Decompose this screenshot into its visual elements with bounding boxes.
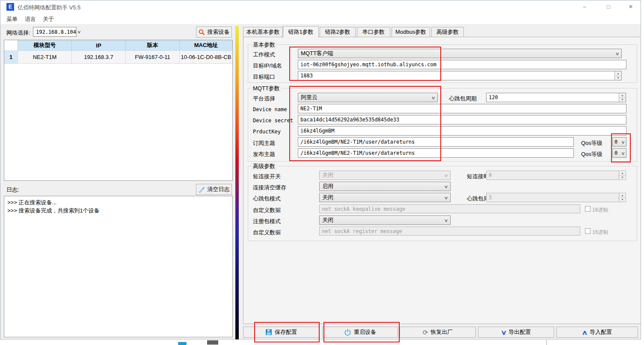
factory-reset-button[interactable]: ⟳ 恢复出厂 <box>400 327 476 338</box>
spinner-buttons[interactable]: ▲ ▼ <box>619 93 626 102</box>
publish-topic-value: /i6kz4lGgmBM/NE2-T1M/user/datareturns <box>300 150 415 156</box>
short-time-spinner[interactable]: 0 ▲ ▼ <box>486 171 626 180</box>
restart-device-button[interactable]: 重启设备 <box>322 327 398 338</box>
heartbeat-mode-dropdown[interactable]: 关闭 ∨ <box>319 193 451 202</box>
chevron-down-icon: ∨ <box>621 151 625 156</box>
restart-device-label: 重启设备 <box>354 328 376 336</box>
register-mode-label: 注册包模式 <box>253 218 281 225</box>
clear-cache-value: 启用 <box>322 183 333 190</box>
network-select-dropdown[interactable]: 192.168.8.104 ∨ <box>33 27 77 37</box>
factory-reset-label: 恢复出厂 <box>430 328 453 336</box>
subscribe-topic-label: 订阅主题 <box>253 139 275 147</box>
chevron-down-icon: ∨ <box>501 329 507 336</box>
col-header-ip: IP <box>72 40 126 50</box>
panel-splitter[interactable] <box>235 26 239 339</box>
background-window-fragment <box>207 340 218 345</box>
device-name-input[interactable]: NE2-T1M <box>298 104 626 113</box>
clear-log-button[interactable]: 清空日志 <box>196 184 232 195</box>
col-header-version: 版本 <box>126 40 180 50</box>
short-conn-value: 关闭 <box>322 171 333 179</box>
target-host-input[interactable]: iot-06z00f6gshojyeo.mqtt.iothub.aliyuncs… <box>298 60 626 69</box>
target-host-value: iot-06z00f6gshojyeo.mqtt.iothub.aliyuncs… <box>300 62 436 68</box>
menu-item-about[interactable]: 关于 <box>43 15 54 23</box>
heartbeat-period-spinner[interactable]: 3 ▲ ▼ <box>486 193 626 202</box>
spin-up-icon: ▲ <box>619 93 626 98</box>
product-key-input[interactable]: i6kz4lGgmBM <box>298 126 626 136</box>
search-device-button[interactable]: 搜索设备 <box>196 27 232 38</box>
background-window-fragment <box>546 340 547 345</box>
short-conn-dropdown[interactable]: 关闭 ∨ <box>319 171 451 180</box>
spin-down-icon: ▼ <box>619 198 626 202</box>
spin-down-icon: ▼ <box>619 98 626 102</box>
cell-version: FW-9167-0-11 <box>126 51 180 63</box>
tab-link1-params[interactable]: 链路1参数 <box>283 26 319 38</box>
close-button[interactable]: ✕ <box>623 0 638 12</box>
subscribe-qos-dropdown[interactable]: 0 ∨ <box>612 137 626 147</box>
save-config-label: 保存配置 <box>275 328 297 336</box>
short-time-value: 0 <box>487 171 619 180</box>
row-number-cell: 1 <box>4 51 18 63</box>
tab-link2-params[interactable]: 链路2参数 <box>320 27 356 37</box>
custom-data2-value: net sockA register message <box>322 228 402 234</box>
target-port-spinner[interactable]: 1883 ▲ ▼ <box>298 71 622 80</box>
window-title: 亿佰特网络配置助手 V5.5 <box>18 4 80 12</box>
device-table-header-row: 模块型号 IP 版本 MAC地址 <box>4 40 232 50</box>
subscribe-topic-input[interactable]: /i6kz4lGgmBM/NE2-T1M/user/datareturns <box>298 137 574 147</box>
clear-cache-dropdown[interactable]: 启用 ∨ <box>319 182 451 191</box>
col-header-model: 模块型号 <box>18 40 72 50</box>
register-mode-dropdown[interactable]: 关闭 ∨ <box>319 215 451 225</box>
hex-checkbox-label: 16进制 <box>592 229 608 236</box>
custom-data1-input[interactable]: net sockA keepalive message <box>319 204 580 213</box>
spinner-buttons[interactable]: ▲ ▼ <box>619 171 626 180</box>
power-icon <box>344 329 351 336</box>
mqtt-heartbeat-spinner[interactable]: 120 ▲ ▼ <box>486 93 626 102</box>
device-secret-value: baca14dc14d56292a963e535d845de33 <box>300 117 399 123</box>
heartbeat-mode-label: 心跳包模式 <box>253 195 281 203</box>
subscribe-topic-value: /i6kz4lGgmBM/NE2-T1M/user/datareturns <box>300 139 415 145</box>
advanced-params-group-title: 高级参数 <box>251 162 277 170</box>
cell-model: NE2-T1M <box>18 51 72 63</box>
publish-qos-dropdown[interactable]: 0 ∨ <box>612 148 626 158</box>
heartbeat-period-value: 3 <box>487 193 619 202</box>
custom-data2-input[interactable]: net sockA register message <box>319 227 580 236</box>
table-row[interactable]: 1 NE2-T1M 192.168.3.7 FW-9167-0-11 10-06… <box>4 50 232 64</box>
tab-advanced-params[interactable]: 高级参数 <box>431 27 464 37</box>
col-header-mac: MAC地址 <box>180 40 232 50</box>
cell-ip: 192.168.3.7 <box>72 51 126 63</box>
tab-serial-params[interactable]: 串口参数 <box>357 27 390 37</box>
platform-dropdown[interactable]: 阿里云 ∨ <box>298 93 438 102</box>
register-mode-value: 关闭 <box>322 216 333 224</box>
export-config-button[interactable]: ∨ 导出配置 <box>478 327 554 338</box>
target-port-value: 1883 <box>298 71 614 80</box>
mqtt-heartbeat-label: 心跳包周期 <box>449 95 477 103</box>
work-mode-dropdown[interactable]: MQTT客户端 ∨ <box>298 49 622 58</box>
export-config-label: 导出配置 <box>508 328 531 336</box>
maximize-button[interactable]: □ <box>601 0 616 12</box>
hex-checkbox[interactable] <box>585 228 591 234</box>
tab-local-basic-params[interactable]: 本机基本参数 <box>243 27 283 37</box>
chevron-down-icon: ∨ <box>444 195 448 200</box>
product-key-value: i6kz4lGgmBM <box>300 128 334 134</box>
spinner-buttons[interactable]: ▲ ▼ <box>619 193 626 202</box>
hex-checkbox-label: 16进制 <box>592 206 608 214</box>
save-icon <box>265 329 272 336</box>
save-config-button[interactable]: 保存配置 <box>243 327 319 338</box>
menu-item-language[interactable]: 语言 <box>25 15 36 23</box>
chevron-up-icon: ∧ <box>582 329 588 336</box>
background-window-fragment <box>178 342 187 345</box>
publish-topic-input[interactable]: /i6kz4lGgmBM/NE2-T1M/user/datareturns <box>298 148 574 158</box>
spinner-buttons[interactable]: ▲ ▼ <box>614 71 621 80</box>
spin-up-icon: ▲ <box>619 193 626 198</box>
chevron-down-icon: ∨ <box>431 95 435 100</box>
tab-modbus-params[interactable]: Modbus参数 <box>392 27 430 37</box>
menu-item-menu[interactable]: 菜单 <box>6 15 18 23</box>
clear-cache-label: 连接清空缓存 <box>253 184 286 192</box>
minimize-button[interactable]: – <box>577 0 592 12</box>
target-port-label: 目标端口 <box>253 73 275 81</box>
log-output: >>> 正在搜索设备... >>> 搜索设备完成，共搜索到1个设备 <box>4 196 233 337</box>
import-config-label: 导入配置 <box>590 328 612 336</box>
import-config-button[interactable]: ∧ 导入配置 <box>556 327 638 338</box>
hex-checkbox[interactable] <box>585 206 591 212</box>
device-secret-input[interactable]: baca14dc14d56292a963e535d845de33 <box>298 115 626 124</box>
device-name-value: NE2-T1M <box>300 106 322 112</box>
